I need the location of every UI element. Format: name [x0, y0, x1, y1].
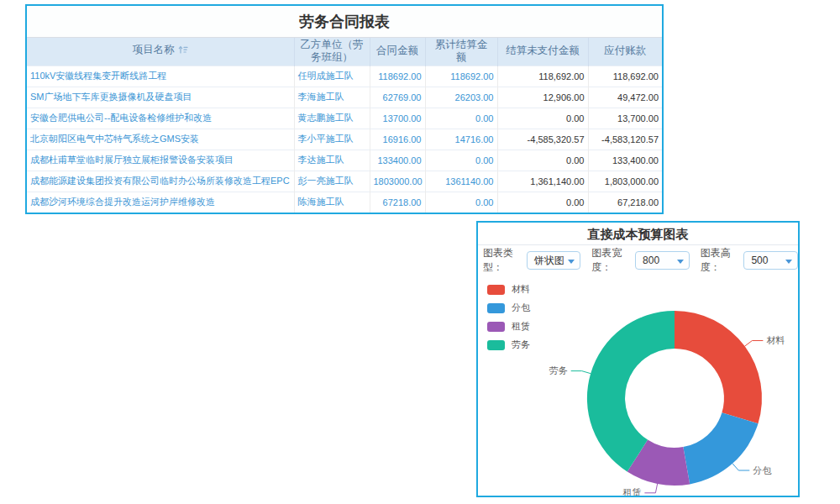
table-row: 成都能源建设集团投资有限公司临时办公场所装修改造工程EPC彭一亮施工队18030…	[27, 171, 662, 192]
column-header-unit: 乙方单位（劳务班组）	[294, 38, 370, 66]
cell-name[interactable]: 成都杜甫草堂临时展厅独立展柜报警设备安装项目	[27, 150, 294, 171]
legend-item[interactable]: 材料	[487, 283, 530, 296]
cell-unit[interactable]: 李达施工队	[294, 150, 370, 171]
cell-contract: 13700.00	[370, 108, 425, 129]
label-line	[571, 371, 591, 374]
label-line	[745, 341, 764, 347]
legend-label: 租赁	[512, 320, 530, 333]
cell-unpaid: 0.00	[497, 192, 588, 213]
cell-contract: 62769.00	[370, 87, 425, 108]
column-header-payable: 应付账款	[588, 38, 662, 66]
column-header-contract-amount: 合同金额	[370, 38, 425, 66]
table-row: 110kV安徽线程集变开断线路工程任明成施工队118692.00118692.0…	[27, 66, 662, 87]
cell-unit[interactable]: 李海施工队	[294, 87, 370, 108]
cell-payable: -4,583,120.57	[588, 129, 662, 150]
cell-contract: 1803000.00	[370, 171, 425, 192]
cell-payable: 133,400.00	[588, 150, 662, 171]
report-title: 劳务合同报表	[27, 6, 662, 38]
legend-swatch	[487, 340, 505, 350]
legend-swatch	[487, 285, 505, 295]
table-row: 成都杜甫草堂临时展厅独立展柜报警设备安装项目李达施工队133400.000.00…	[27, 150, 662, 171]
chart-type-control: 图表类型： 饼状图	[483, 246, 580, 275]
cell-unpaid: 0.00	[497, 108, 588, 129]
labor-contract-report-panel: 劳务合同报表 项目名称 乙方单位（劳务班组） 合同金额 累计结算金额 结算未支付…	[25, 4, 664, 214]
chart-width-label: 图表宽度：	[591, 246, 632, 275]
chart-type-label: 图表类型：	[483, 246, 523, 275]
chart-type-select[interactable]: 饼状图	[527, 251, 581, 270]
column-header-unpaid-amount: 结算未支付金额	[497, 38, 588, 66]
chart-legend: 材料分包租赁劳务	[487, 283, 530, 351]
cell-name[interactable]: 110kV安徽线程集变开断线路工程	[27, 66, 294, 87]
sort-icon[interactable]	[178, 45, 188, 59]
cell-settled: 0.00	[425, 150, 497, 171]
chevron-down-icon	[568, 260, 575, 264]
cell-unpaid: 118,692.00	[497, 66, 588, 87]
legend-swatch	[487, 303, 505, 313]
cell-unit[interactable]: 陈海施工队	[294, 192, 370, 213]
cell-settled: 1361140.00	[425, 171, 497, 192]
cell-settled: 0.00	[425, 108, 497, 129]
chevron-down-icon	[677, 260, 684, 264]
slice-label: 劳务	[549, 365, 568, 375]
label-line	[644, 484, 657, 493]
cell-contract: 118692.00	[370, 66, 425, 87]
cell-payable: 118,692.00	[588, 66, 662, 87]
chart-height-label: 图表高度：	[701, 246, 741, 275]
cell-unpaid: 12,906.00	[497, 87, 588, 108]
chart-width-select[interactable]: 800	[635, 251, 690, 270]
cell-name[interactable]: 成都沙河环境综合提升改造运河护岸维修改造	[27, 192, 294, 213]
donut-slice-2[interactable]	[683, 412, 758, 484]
cell-unpaid: 1,361,140.00	[497, 171, 588, 192]
cell-payable: 67,218.00	[588, 192, 662, 213]
chart-height-control: 图表高度： 500	[701, 246, 798, 275]
table-row: 安徽合肥供电公司--配电设备检修维护和改造黄志鹏施工队13700.000.000…	[27, 108, 662, 129]
cell-contract: 133400.00	[370, 150, 425, 171]
column-header-settled-amount: 累计结算金额	[425, 38, 497, 66]
slice-label: 分包	[753, 465, 772, 475]
cell-settled: 118692.00	[425, 66, 497, 87]
donut-slice-1[interactable]	[675, 311, 762, 423]
cell-unit[interactable]: 李小平施工队	[294, 129, 370, 150]
table-row: 成都沙河环境综合提升改造运河护岸维修改造陈海施工队67218.000.000.0…	[27, 192, 662, 213]
table-row: SM广场地下车库更换摄像机及硬盘项目李海施工队62769.0026203.001…	[27, 87, 662, 108]
chart-title: 直接成本预算图表	[478, 223, 798, 245]
cell-unit[interactable]: 黄志鹏施工队	[294, 108, 370, 129]
cell-unit[interactable]: 彭一亮施工队	[294, 171, 370, 192]
cell-name[interactable]: 北京朝阳区电气中芯特气系统之GMS安装	[27, 129, 294, 150]
cell-unit[interactable]: 任明成施工队	[294, 66, 370, 87]
cell-payable: 1,803,000.00	[588, 171, 662, 192]
column-header-project-name[interactable]: 项目名称	[27, 38, 294, 66]
legend-item[interactable]: 劳务	[487, 339, 530, 351]
chevron-down-icon	[785, 260, 792, 264]
cell-contract: 16916.00	[370, 129, 425, 150]
cell-contract: 67218.00	[370, 192, 425, 213]
table-row: 北京朝阳区电气中芯特气系统之GMS安装李小平施工队16916.0014716.0…	[27, 129, 662, 150]
cell-name[interactable]: 安徽合肥供电公司--配电设备检修维护和改造	[27, 108, 294, 129]
cell-unpaid: 0.00	[497, 150, 588, 171]
legend-label: 材料	[512, 283, 530, 296]
chart-controls: 图表类型： 饼状图 图表宽度： 800 图表高度： 500	[478, 245, 798, 276]
legend-item[interactable]: 分包	[487, 302, 530, 314]
cell-name[interactable]: SM广场地下车库更换摄像机及硬盘项目	[27, 87, 294, 108]
cell-payable: 49,472.00	[588, 87, 662, 108]
cell-settled: 26203.00	[425, 87, 497, 108]
pie-chart-area: 材料分包租赁劳务 材料分包租赁劳务	[478, 276, 798, 496]
cell-settled: 14716.00	[425, 129, 497, 150]
labor-contract-table: 项目名称 乙方单位（劳务班组） 合同金额 累计结算金额 结算未支付金额 应付账款…	[27, 38, 662, 213]
legend-swatch	[487, 322, 505, 332]
cell-name[interactable]: 成都能源建设集团投资有限公司临时办公场所装修改造工程EPC	[27, 171, 294, 192]
legend-item[interactable]: 租赁	[487, 320, 530, 333]
cell-payable: 13,700.00	[588, 108, 662, 129]
cell-settled: 0.00	[425, 192, 497, 213]
cell-unpaid: -4,585,320.57	[497, 129, 588, 150]
table-header-row: 项目名称 乙方单位（劳务班组） 合同金额 累计结算金额 结算未支付金额 应付账款	[27, 38, 662, 66]
direct-cost-chart-panel: 直接成本预算图表 图表类型： 饼状图 图表宽度： 800 图表高度： 500 材…	[476, 221, 800, 497]
label-line	[732, 464, 749, 470]
chart-width-control: 图表宽度： 800	[591, 246, 689, 275]
chart-height-select[interactable]: 500	[743, 251, 798, 270]
slice-label: 租赁	[622, 487, 641, 496]
legend-label: 劳务	[512, 339, 530, 351]
legend-label: 分包	[512, 302, 530, 314]
slice-label: 材料	[766, 335, 785, 345]
